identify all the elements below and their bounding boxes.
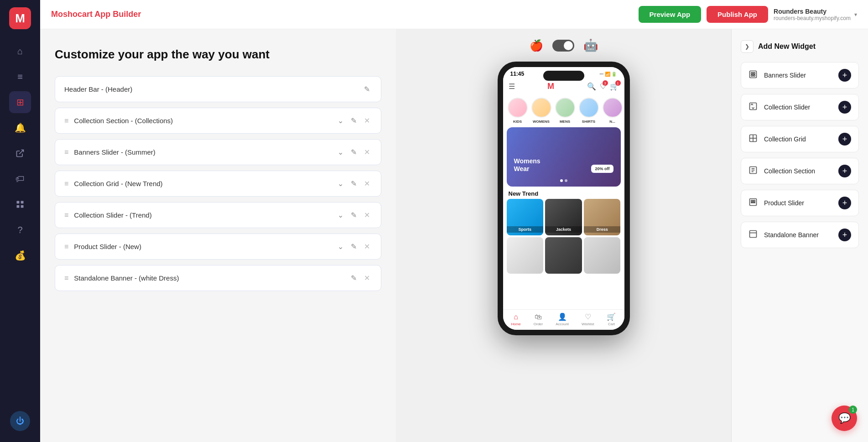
drag-handle-icon[interactable]: ≡ [64,211,68,219]
banner-title: WomensWear [514,157,541,173]
collapse-panel-button[interactable]: ❯ [741,40,754,53]
widget-edit-button[interactable]: ✎ [349,210,359,220]
phone-app-logo: M [547,82,554,91]
widget-collapse-button[interactable]: ⌄ [336,115,345,126]
widget-edit-button[interactable]: ✎ [349,115,359,126]
grid-item-2b[interactable] [545,237,582,274]
sidebar-item-apps[interactable] [9,193,31,215]
widget-edit-button[interactable]: ✎ [349,241,359,252]
collection-item-shirts[interactable]: SHIRTS [579,98,599,124]
widget-list: Header Bar - (Header) ✎ ≡ Collection Sec… [55,76,381,291]
banner-dot [560,179,563,182]
nav-home-icon: ⌂ [514,313,518,321]
widget-collapse-button[interactable]: ⌄ [336,178,345,189]
sidebar-power-button[interactable]: ⏻ [10,411,30,431]
widget-option-standalone-banner: Standalone Banner + [741,222,859,248]
widget-collapse-button[interactable]: ⌄ [336,241,345,252]
sidebar-item-menu[interactable]: ≡ [9,66,31,88]
drag-handle-icon[interactable]: ≡ [64,180,68,188]
widget-label: Collection Slider - (Trend) [74,211,330,219]
collection-grid-icon [748,134,759,145]
widget-edit-button[interactable]: ✎ [349,273,359,283]
banners-slider-icon [748,70,759,81]
phone-wishlist-icon[interactable]: ♡3 [600,82,606,91]
nav-item-home[interactable]: ⌂ Home [511,313,520,326]
grid-item-2a[interactable] [507,237,544,274]
widget-collapse-button[interactable]: ⌄ [336,210,345,220]
widget-delete-button[interactable]: ✕ [362,147,372,157]
widget-delete-button[interactable]: ✕ [362,210,372,220]
phone-header-icons: 🔍 ♡3 🛒1 [587,82,619,91]
widget-delete-button[interactable]: ✕ [362,178,372,189]
widget-label: Collection Section - (Collections) [74,117,330,125]
phone-menu-icon[interactable]: ☰ [509,82,515,91]
sidebar-item-export[interactable] [9,142,31,164]
sidebar-item-tag[interactable]: 🏷 [9,168,31,190]
grid-item-sports[interactable]: Sports [507,199,544,235]
chat-badge: 1 [849,406,857,414]
add-banners-slider-button[interactable]: + [838,69,851,82]
grid-item-dress[interactable]: Dress [584,199,621,235]
nav-item-cart[interactable]: 🛒 Cart [607,312,616,326]
widget-row: ≡ Standalone Banner - (white Dress) ✎ ✕ [55,265,381,291]
banner-content: WomensWear [514,157,541,173]
drag-handle-icon[interactable]: ≡ [64,148,68,156]
phone-cart-icon[interactable]: 🛒1 [610,82,619,91]
phone-bottom-nav: ⌂ Home 🛍 Order 👤 Account ♡ [503,309,624,330]
widget-actions: ⌄ ✎ ✕ [336,147,372,157]
collection-section-icon [748,166,759,177]
nav-item-account[interactable]: 👤 Account [556,312,569,326]
add-collection-slider-button[interactable]: + [838,101,851,114]
collection-item-mens[interactable]: MENS [555,98,575,124]
phone-banner[interactable]: WomensWear 20% off [507,127,621,187]
nav-item-order[interactable]: 🛍 Order [534,313,543,326]
widget-collapse-button[interactable]: ⌄ [336,147,345,157]
collection-item-womens[interactable]: WOMENS [531,98,551,124]
collection-item-more[interactable]: N... [603,98,623,124]
sidebar-item-grid[interactable]: ⊞ [9,91,31,113]
svg-rect-17 [751,203,755,203]
grid-label: Dress [584,226,621,233]
collection-section-label: Collection Section [764,167,815,175]
widget-row: ≡ Collection Grid - (New Trend) ⌄ ✎ ✕ [55,171,381,197]
store-info[interactable]: Rounders Beauty rounders-beauty.myshopif… [774,8,857,21]
publish-app-button[interactable]: Publish App [707,6,768,23]
widget-option-collection-slider: Collection Slider + [741,94,859,120]
grid-item-2c[interactable] [584,237,621,274]
sidebar-item-home[interactable]: ⌂ [9,40,31,62]
widget-option-product-slider: Product Slider + [741,190,859,216]
nav-item-wishlist[interactable]: ♡ Wishlist [582,312,594,326]
drag-handle-icon[interactable]: ≡ [64,243,68,251]
platform-toggle-switch[interactable] [552,40,574,52]
add-collection-grid-button[interactable]: + [838,133,851,146]
svg-rect-2 [17,205,20,208]
drag-handle-icon[interactable]: ≡ [64,274,68,282]
drag-handle-icon[interactable]: ≡ [64,117,68,125]
widget-actions: ✎ [362,84,372,94]
widget-edit-button[interactable]: ✎ [349,178,359,189]
phone-search-icon[interactable]: 🔍 [587,82,596,91]
grid-item-bg [584,237,621,274]
banner-background [507,127,621,187]
collection-item-kids[interactable]: KIDS [508,98,528,124]
sidebar-item-money[interactable]: 💰 [9,244,31,266]
widget-delete-button[interactable]: ✕ [362,115,372,126]
add-product-slider-button[interactable]: + [838,197,851,209]
widget-row: ≡ Collection Slider - (Trend) ⌄ ✎ ✕ [55,202,381,228]
sidebar-item-bell[interactable]: 🔔 [9,117,31,139]
sidebar-item-help[interactable]: ? [9,219,31,241]
topbar-actions: Preview App Publish App Rounders Beauty … [639,6,857,23]
content-area: Customize your app the way you want Head… [40,29,868,442]
grid-item-jackets[interactable]: Jackets [545,199,582,235]
chat-widget-button[interactable]: 💬 1 [832,406,857,431]
widget-edit-button[interactable]: ✎ [362,84,372,94]
preview-app-button[interactable]: Preview App [639,6,701,23]
widget-delete-button[interactable]: ✕ [362,241,372,252]
add-standalone-banner-button[interactable]: + [838,229,851,241]
sidebar: M ⌂ ≡ ⊞ 🔔 🏷 ? 💰 ⏻ [0,0,40,442]
svg-rect-15 [751,200,753,202]
widget-edit-button[interactable]: ✎ [349,147,359,157]
svg-rect-1 [21,201,24,204]
add-collection-section-button[interactable]: + [838,165,851,177]
widget-delete-button[interactable]: ✕ [362,273,372,283]
